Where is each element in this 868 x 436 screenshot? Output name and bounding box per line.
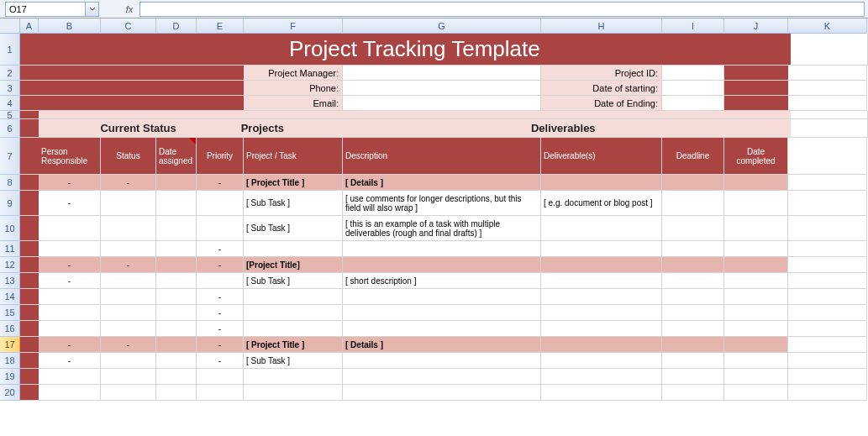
table-cell[interactable]: - <box>39 191 101 216</box>
table-cell[interactable]: - <box>197 175 244 191</box>
table-cell[interactable] <box>541 257 662 273</box>
cell[interactable] <box>20 241 39 257</box>
table-cell[interactable] <box>541 337 662 353</box>
table-cell[interactable] <box>541 353 662 369</box>
table-cell[interactable] <box>101 273 156 289</box>
table-cell[interactable] <box>343 321 541 337</box>
table-cell[interactable] <box>101 385 156 401</box>
table-cell[interactable]: - <box>39 175 101 191</box>
table-cell[interactable] <box>343 305 541 321</box>
cell[interactable] <box>788 385 867 401</box>
cell[interactable] <box>20 353 39 369</box>
cell[interactable] <box>788 369 867 385</box>
cell[interactable] <box>20 138 39 175</box>
cell[interactable] <box>788 337 867 353</box>
table-cell[interactable] <box>244 241 343 257</box>
table-cell[interactable] <box>724 353 788 369</box>
table-cell[interactable] <box>197 216 244 241</box>
formula-input[interactable] <box>139 2 865 17</box>
table-cell[interactable]: [ Project Title ] <box>244 175 343 191</box>
table-cell[interactable] <box>343 385 541 401</box>
table-cell[interactable]: [ use comments for longer descriptions, … <box>343 191 541 216</box>
cell[interactable] <box>788 66 867 81</box>
table-cell[interactable]: [Project Title] <box>244 257 343 273</box>
row-header-4[interactable]: 4 <box>0 96 20 111</box>
table-cell[interactable] <box>197 385 244 401</box>
table-cell[interactable] <box>662 321 724 337</box>
table-cell[interactable]: [ short description ] <box>343 273 541 289</box>
col-header-C[interactable]: C <box>101 18 156 34</box>
cell[interactable] <box>39 66 244 81</box>
row-header-11[interactable]: 11 <box>0 241 20 257</box>
table-cell[interactable] <box>39 241 101 257</box>
table-cell[interactable]: [ Sub Task ] <box>244 191 343 216</box>
cell[interactable] <box>20 385 39 401</box>
cell[interactable] <box>791 119 868 138</box>
col-header-J[interactable]: J <box>724 18 788 34</box>
cell[interactable] <box>724 66 788 81</box>
row-header-14[interactable]: 14 <box>0 289 20 305</box>
cell[interactable] <box>20 81 39 96</box>
table-cell[interactable] <box>662 337 724 353</box>
table-cell[interactable] <box>343 257 541 273</box>
table-cell[interactable] <box>39 216 101 241</box>
table-cell[interactable] <box>541 216 662 241</box>
input-phone[interactable] <box>343 81 541 96</box>
table-cell[interactable] <box>662 273 724 289</box>
row-header-13[interactable]: 13 <box>0 273 20 289</box>
cell[interactable] <box>20 337 39 353</box>
cell[interactable] <box>788 353 867 369</box>
table-cell[interactable] <box>156 191 197 216</box>
table-cell[interactable] <box>724 289 788 305</box>
col-header-F[interactable]: F <box>244 18 343 34</box>
cell[interactable] <box>20 321 39 337</box>
input-start[interactable] <box>662 81 724 96</box>
table-cell[interactable] <box>39 369 101 385</box>
table-cell[interactable] <box>39 289 101 305</box>
table-cell[interactable] <box>541 385 662 401</box>
cell[interactable] <box>20 111 39 119</box>
table-cell[interactable]: [ Sub Task ] <box>244 353 343 369</box>
table-cell[interactable] <box>244 321 343 337</box>
cell[interactable] <box>20 119 39 138</box>
row-header-10[interactable]: 10 <box>0 216 20 241</box>
table-cell[interactable] <box>724 321 788 337</box>
table-cell[interactable] <box>724 337 788 353</box>
table-cell[interactable] <box>156 321 197 337</box>
row-header-12[interactable]: 12 <box>0 257 20 273</box>
table-cell[interactable] <box>343 369 541 385</box>
table-cell[interactable] <box>662 257 724 273</box>
input-project-manager[interactable] <box>343 66 541 81</box>
table-cell[interactable]: [ this is an example of a task with mult… <box>343 216 541 241</box>
table-cell[interactable] <box>156 353 197 369</box>
table-cell[interactable] <box>39 305 101 321</box>
cell[interactable] <box>39 96 244 111</box>
table-cell[interactable] <box>156 289 197 305</box>
row-header-20[interactable]: 20 <box>0 385 20 401</box>
col-header-E[interactable]: E <box>197 18 244 34</box>
cell[interactable] <box>39 111 792 119</box>
row-header-8[interactable]: 8 <box>0 175 20 191</box>
row-header-9[interactable]: 9 <box>0 191 20 216</box>
cell[interactable] <box>788 216 867 241</box>
table-cell[interactable]: [ Details ] <box>343 175 541 191</box>
cell[interactable] <box>20 96 39 111</box>
table-cell[interactable] <box>156 216 197 241</box>
row-header-16[interactable]: 16 <box>0 321 20 337</box>
table-cell[interactable]: - <box>39 273 101 289</box>
input-end[interactable] <box>662 96 724 111</box>
table-cell[interactable] <box>662 353 724 369</box>
table-cell[interactable] <box>197 369 244 385</box>
table-cell[interactable]: - <box>197 289 244 305</box>
table-cell[interactable] <box>662 175 724 191</box>
table-cell[interactable] <box>662 216 724 241</box>
table-cell[interactable] <box>724 273 788 289</box>
cell[interactable] <box>788 138 867 175</box>
table-cell[interactable]: - <box>197 337 244 353</box>
row-header-5[interactable]: 5 <box>0 111 20 119</box>
table-cell[interactable] <box>156 337 197 353</box>
cell[interactable] <box>791 34 868 66</box>
cell[interactable] <box>788 241 867 257</box>
table-cell[interactable] <box>101 369 156 385</box>
table-cell[interactable] <box>156 369 197 385</box>
